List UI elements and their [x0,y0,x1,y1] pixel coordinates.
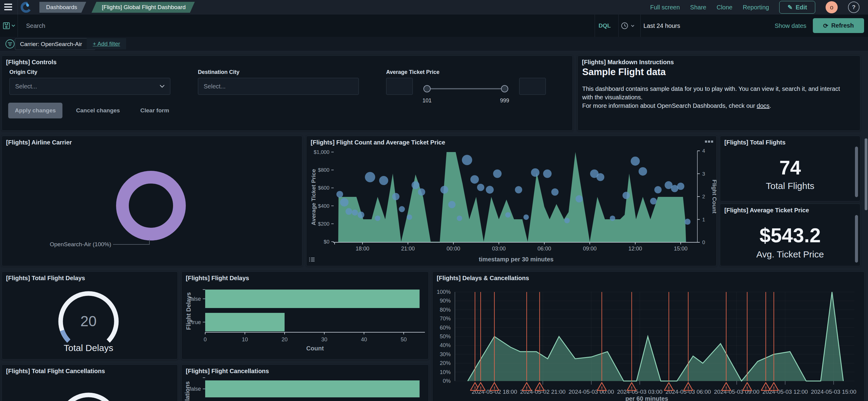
markdown-period: . [770,102,771,109]
svg-text:Average Ticket Price: Average Ticket Price [310,169,317,225]
panel-title[interactable]: [Flights] Total Flight Delays [6,275,85,282]
clock-icon [621,22,628,30]
share-link[interactable]: Share [690,4,706,11]
airline-carrier-donut-chart[interactable]: OpenSearch-Air (100%) [2,136,302,266]
destination-city-placeholder: Select... [204,83,225,90]
markdown-line1: This dashboard contains sample data for … [582,86,840,101]
svg-text:20%: 20% [440,360,451,366]
panel-title[interactable]: [Flights] Average Ticket Price [724,207,809,214]
svg-text:40: 40 [361,336,367,342]
user-avatar[interactable]: o [826,1,838,13]
clone-link[interactable]: Clone [716,4,732,11]
header-divider [18,0,18,14]
breadcrumb-dashboards[interactable]: Dashboards [39,2,86,13]
svg-text:15:00: 15:00 [674,246,687,252]
panel-title[interactable]: [Flights] Flight Delays [186,275,249,282]
panel-title[interactable]: [Flights] Airline Carrier [6,139,72,146]
svg-text:per 60 minutes: per 60 minutes [625,395,668,401]
markdown-body: This dashboard contains sample data for … [582,85,852,110]
panel-title[interactable]: [Flights] Markdown Instructions [582,59,674,66]
price-max-input[interactable] [519,78,546,95]
panel-title[interactable]: [Flights] Flight Cancellations [186,368,269,375]
svg-text:21:00: 21:00 [401,246,414,252]
saved-query-menu-button[interactable] [0,14,18,37]
total-flights-value: 74 [720,157,860,179]
svg-text:2024-05-03 15:00: 2024-05-03 15:00 [811,389,856,395]
panel-scrollbar[interactable] [855,215,858,263]
clear-form-button[interactable]: Clear form [140,103,169,119]
svg-text:timestamp per 30 minutes: timestamp per 30 minutes [479,256,554,263]
panel-title[interactable]: [Flights] Total Flight Cancellations [6,368,105,375]
panel-title[interactable]: [Flights] Flight Count and Average Ticke… [311,139,445,146]
chevron-down-icon [11,25,15,27]
filter-chip-carrier[interactable]: Carrier: OpenSearch-Air ✕ [15,38,95,50]
apply-changes-button[interactable]: Apply changes [8,103,62,119]
filter-options-icon[interactable] [5,39,15,50]
svg-text:20: 20 [282,336,288,342]
price-min-input[interactable] [386,78,413,95]
svg-text:40%: 40% [440,342,451,348]
cancel-changes-button[interactable]: Cancel changes [76,103,120,119]
svg-text:2024-05-03 09:00: 2024-05-03 09:00 [714,389,760,395]
edit-label: Edit [796,4,807,11]
svg-text:18:00: 18:00 [355,246,369,252]
panel-flights-controls: [Flights] Controls Origin City Select...… [1,56,573,131]
svg-text:4: 4 [702,148,705,154]
docs-link[interactable]: docs [757,102,770,109]
reporting-link[interactable]: Reporting [743,4,769,11]
panel-title[interactable]: [Flights] Total Flights [724,139,785,146]
opensearch-logo-icon[interactable] [20,1,32,13]
delays-cancellations-chart[interactable]: 0%10%20%30%40%50%60%70%80%90%100%2024-05… [433,272,864,401]
svg-text:$400: $400 [318,203,330,209]
svg-text:30: 30 [321,336,327,342]
panel-title[interactable]: [Flights] Delays & Cancellations [437,275,529,282]
svg-text:$800: $800 [318,167,330,173]
separator [595,14,595,37]
panel-avg-ticket-price: [Flights] Average Ticket Price $543.2 Av… [720,203,861,266]
query-bar: Search DQL Last 24 hours Show dates ⟳ Re… [0,14,868,37]
flight-count-price-chart[interactable]: $0$200$400$600$800$1,000Average Ticket P… [306,136,716,266]
panel-title[interactable]: [Flights] Controls [6,59,57,66]
svg-text:10%: 10% [440,369,451,375]
panel-markdown-instructions: [Flights] Markdown Instructions Sample F… [577,56,861,131]
svg-text:30%: 30% [440,351,451,357]
svg-text:$200: $200 [318,221,330,227]
svg-text:0: 0 [702,240,705,245]
add-filter-button[interactable]: + Add filter [87,38,126,49]
legend-toggle-icon[interactable] [309,257,315,264]
refresh-button[interactable]: ⟳ Refresh [813,18,864,33]
flight-delays-bar-chart[interactable]: falsetrue01020304050CountFlight Delays [182,272,429,359]
panel-menu-icon[interactable] [705,139,713,144]
markdown-heading: Sample Flight data [582,67,666,77]
dql-language-button[interactable]: DQL [598,14,611,37]
panel-scrollbar[interactable] [855,146,858,197]
total-delays-gauge[interactable]: 20Total Delays [2,272,178,359]
svg-text:$600: $600 [318,185,330,191]
time-picker-quick-menu[interactable] [621,14,634,37]
origin-city-select[interactable]: Select... [9,78,170,95]
price-slider-handle-max[interactable] [501,85,508,92]
svg-text:!: ! [526,385,527,391]
price-slider-handle-min[interactable] [424,85,431,92]
panel-flight-delays: [Flights] Flight Delays falsetrue0102030… [181,271,429,360]
svg-text:0: 0 [204,336,207,342]
svg-text:$1,000: $1,000 [314,149,330,155]
svg-text:!: ! [765,385,767,391]
show-dates-button[interactable]: Show dates [775,14,806,37]
edit-button[interactable]: ✎ Edit [779,1,815,13]
svg-text:!: ! [725,385,727,391]
menu-icon[interactable] [4,4,12,11]
full-screen-link[interactable]: Full screen [650,4,680,11]
breadcrumb-current-dashboard[interactable]: [Flights] Global Flight Dashboard [92,2,195,13]
destination-city-select[interactable]: Select... [198,78,359,95]
svg-text:2024-05-03 00:00: 2024-05-03 00:00 [568,389,614,395]
page-scrollbar-thumb[interactable] [865,138,867,210]
destination-city-label: Destination City [198,69,240,75]
help-icon[interactable]: ? [848,1,860,13]
svg-text:09:00: 09:00 [583,246,596,252]
search-input[interactable]: Search [26,14,45,37]
price-range-slider[interactable] [427,88,505,89]
panel-delays-cancellations: [Flights] Delays & Cancellations 0%10%20… [432,271,865,401]
svg-text:Flight Count: Flight Count [711,179,716,214]
time-range-value[interactable]: Last 24 hours [644,14,680,37]
